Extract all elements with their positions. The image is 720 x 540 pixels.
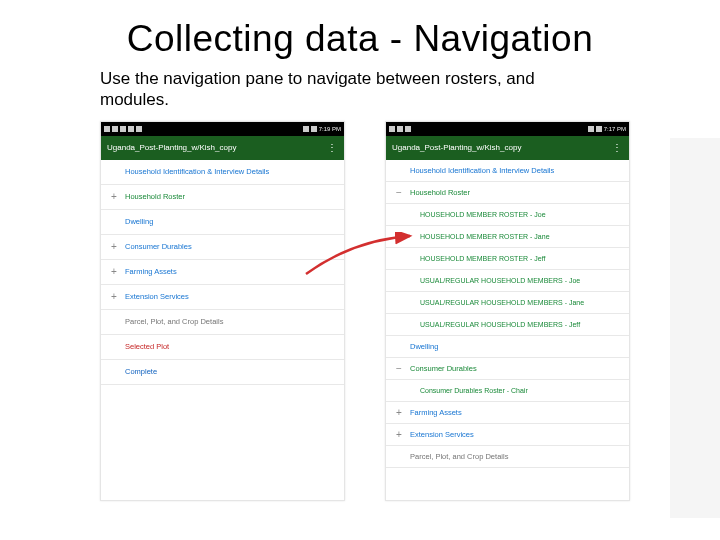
clock: 7:17 PM [604, 126, 626, 132]
nav-label: Selected Plot [121, 342, 338, 351]
nav-label: USUAL/REGULAR HOUSEHOLD MEMBERS - Jane [406, 299, 623, 306]
nav-label: Complete [121, 367, 338, 376]
battery-icon [596, 126, 602, 132]
nav-label: Farming Assets [121, 267, 338, 276]
nav-label: Parcel, Plot, and Crop Details [406, 452, 623, 461]
notif-icon [397, 126, 403, 132]
notif-icon [405, 126, 411, 132]
phone-right: 7:17 PM Uganda_Post-Planting_w/Kish_copy… [385, 121, 630, 501]
phones-container: 7:19 PM Uganda_Post-Planting_w/Kish_copy… [0, 121, 720, 501]
status-right: 7:19 PM [303, 126, 341, 132]
nav-label: Extension Services [121, 292, 338, 301]
nav-sub-usual-jeff[interactable]: USUAL/REGULAR HOUSEHOLD MEMBERS - Jeff [386, 314, 629, 336]
nav-label: Dwelling [406, 342, 623, 351]
nav-label: Consumer Durables [121, 242, 338, 251]
nav-sub-durables-chair[interactable]: Consumer Durables Roster - Chair [386, 380, 629, 402]
signal-icon [588, 126, 594, 132]
overflow-menu-icon[interactable]: ⋮ [327, 142, 338, 153]
expand-icon: + [107, 241, 121, 252]
battery-icon [311, 126, 317, 132]
nav-item-selected-plot[interactable]: Selected Plot [101, 335, 344, 360]
nav-item-household-roster[interactable]: −Household Roster [386, 182, 629, 204]
clock: 7:19 PM [319, 126, 341, 132]
nav-label: Farming Assets [406, 408, 623, 417]
nav-item-parcel-plot-crop[interactable]: Parcel, Plot, and Crop Details [386, 446, 629, 468]
nav-label: Dwelling [121, 217, 338, 226]
status-left-icons [104, 126, 142, 132]
nav-item-parcel-plot-crop[interactable]: Parcel, Plot, and Crop Details [101, 310, 344, 335]
nav-label: Household Roster [121, 192, 338, 201]
expand-icon: + [392, 407, 406, 418]
notif-icon [104, 126, 110, 132]
nav-item-household-id[interactable]: Household Identification & Interview Det… [386, 160, 629, 182]
nav-item-consumer-durables[interactable]: +Consumer Durables [101, 235, 344, 260]
nav-item-household-id[interactable]: Household Identification & Interview Det… [101, 160, 344, 185]
nav-item-household-roster[interactable]: +Household Roster [101, 185, 344, 210]
nav-sub-usual-joe[interactable]: USUAL/REGULAR HOUSEHOLD MEMBERS - Joe [386, 270, 629, 292]
nav-item-complete[interactable]: Complete [101, 360, 344, 385]
nav-item-farming-assets[interactable]: +Farming Assets [386, 402, 629, 424]
slide-subtitle: Use the navigation pane to navigate betw… [100, 68, 560, 111]
nav-item-dwelling[interactable]: Dwelling [386, 336, 629, 358]
nav-sub-member-jeff[interactable]: HOUSEHOLD MEMBER ROSTER - Jeff [386, 248, 629, 270]
collapse-icon: − [392, 363, 406, 374]
status-left-icons [389, 126, 411, 132]
collapse-icon: − [392, 187, 406, 198]
nav-label: Household Identification & Interview Det… [406, 166, 623, 175]
notif-icon [112, 126, 118, 132]
nav-item-extension-services[interactable]: +Extension Services [101, 285, 344, 310]
nav-label: Household Identification & Interview Det… [121, 167, 338, 176]
notif-icon [389, 126, 395, 132]
status-bar: 7:17 PM [386, 122, 629, 136]
nav-item-consumer-durables[interactable]: −Consumer Durables [386, 358, 629, 380]
nav-label: HOUSEHOLD MEMBER ROSTER - Jane [406, 233, 623, 240]
nav-label: USUAL/REGULAR HOUSEHOLD MEMBERS - Jeff [406, 321, 623, 328]
nav-label: USUAL/REGULAR HOUSEHOLD MEMBERS - Joe [406, 277, 623, 284]
nav-sub-member-jane[interactable]: HOUSEHOLD MEMBER ROSTER - Jane [386, 226, 629, 248]
notif-icon [120, 126, 126, 132]
nav-label: HOUSEHOLD MEMBER ROSTER - Jeff [406, 255, 623, 262]
phone-left: 7:19 PM Uganda_Post-Planting_w/Kish_copy… [100, 121, 345, 501]
expand-icon: + [107, 266, 121, 277]
nav-item-dwelling[interactable]: Dwelling [101, 210, 344, 235]
slide: Collecting data - Navigation Use the nav… [0, 0, 720, 540]
nav-label: Extension Services [406, 430, 623, 439]
app-title: Uganda_Post-Planting_w/Kish_copy [107, 143, 236, 152]
nav-item-farming-assets[interactable]: +Farming Assets [101, 260, 344, 285]
nav-label: Consumer Durables [406, 364, 623, 373]
notif-icon [128, 126, 134, 132]
nav-item-extension-services[interactable]: +Extension Services [386, 424, 629, 446]
slide-title: Collecting data - Navigation [40, 18, 680, 60]
status-bar: 7:19 PM [101, 122, 344, 136]
nav-list-right: Household Identification & Interview Det… [386, 160, 629, 468]
expand-icon: + [107, 191, 121, 202]
status-right: 7:17 PM [588, 126, 626, 132]
notif-icon [136, 126, 142, 132]
overflow-menu-icon[interactable]: ⋮ [612, 142, 623, 153]
right-shade [670, 138, 720, 518]
app-title: Uganda_Post-Planting_w/Kish_copy [392, 143, 521, 152]
expand-icon: + [392, 429, 406, 440]
nav-sub-usual-jane[interactable]: USUAL/REGULAR HOUSEHOLD MEMBERS - Jane [386, 292, 629, 314]
nav-sub-member-joe[interactable]: HOUSEHOLD MEMBER ROSTER - Joe [386, 204, 629, 226]
app-bar: Uganda_Post-Planting_w/Kish_copy ⋮ [386, 136, 629, 160]
app-bar: Uganda_Post-Planting_w/Kish_copy ⋮ [101, 136, 344, 160]
nav-label: Consumer Durables Roster - Chair [406, 387, 623, 394]
nav-list-left: Household Identification & Interview Det… [101, 160, 344, 385]
expand-icon: + [107, 291, 121, 302]
nav-label: Parcel, Plot, and Crop Details [121, 317, 338, 326]
nav-label: Household Roster [406, 188, 623, 197]
nav-label: HOUSEHOLD MEMBER ROSTER - Joe [406, 211, 623, 218]
signal-icon [303, 126, 309, 132]
